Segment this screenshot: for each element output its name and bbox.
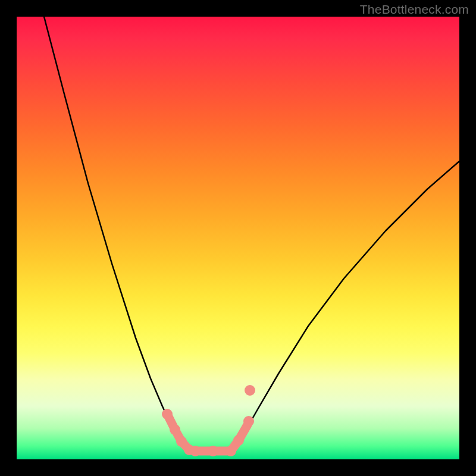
svg-point-4 [170,424,180,435]
svg-point-15 [245,385,255,396]
svg-point-5 [176,436,187,447]
curves-svg [17,17,459,459]
watermark-text: TheBottleneck.com [360,2,469,17]
chart-frame: TheBottleneck.com [0,0,476,476]
svg-point-14 [243,416,254,427]
svg-point-8 [190,446,201,456]
svg-point-3 [162,409,173,419]
plot-area [17,17,459,459]
svg-point-13 [233,435,244,446]
svg-point-9 [208,446,218,456]
